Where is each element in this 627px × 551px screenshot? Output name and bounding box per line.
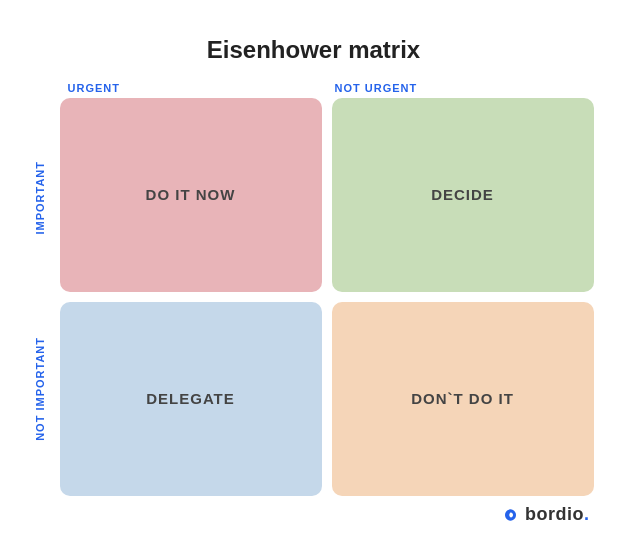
main-container: Eisenhower matrix IMPORTANT NOT IMPORTAN…	[14, 16, 614, 536]
y-label-not-important: NOT IMPORTANT	[34, 337, 56, 441]
page-title: Eisenhower matrix	[207, 36, 420, 64]
x-label-urgent: URGENT	[60, 82, 327, 94]
y-axis-labels: IMPORTANT NOT IMPORTANT	[34, 82, 56, 496]
logo-dot: .	[584, 504, 590, 524]
cell-delegate: DELEGATE	[60, 302, 322, 496]
y-label-important: IMPORTANT	[34, 161, 56, 235]
cell-decide: DECIDE	[332, 98, 594, 292]
cell-dont-do-it: DON`T DO IT	[332, 302, 594, 496]
logo-area: bordio.	[499, 504, 590, 526]
logo-icon	[499, 504, 521, 526]
cell-do-it-now: DO IT NOW	[60, 98, 322, 292]
x-axis-labels: URGENT NOT URGENT	[60, 82, 594, 94]
footer: bordio.	[34, 504, 594, 526]
matrix-right: URGENT NOT URGENT DO IT NOW DECIDE DELEG…	[60, 82, 594, 496]
matrix-grid: DO IT NOW DECIDE DELEGATE DON`T DO IT	[60, 98, 594, 496]
matrix-area: IMPORTANT NOT IMPORTANT URGENT NOT URGEN…	[34, 82, 594, 496]
x-label-not-urgent: NOT URGENT	[327, 82, 594, 94]
logo-text: bordio.	[525, 504, 590, 525]
